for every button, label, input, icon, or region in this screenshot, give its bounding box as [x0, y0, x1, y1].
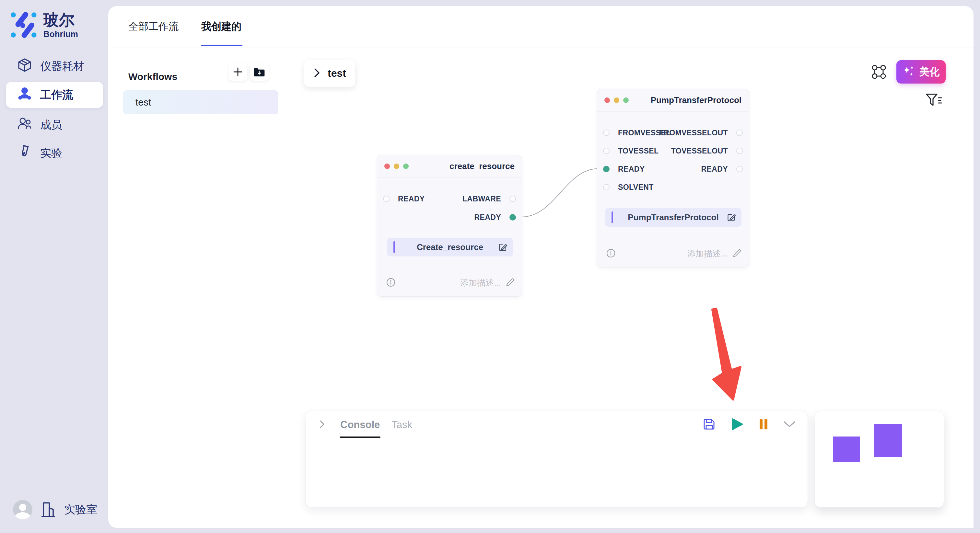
- minimap-node-create-resource: [833, 436, 860, 462]
- command-palette-button[interactable]: [871, 64, 887, 80]
- sparkles-icon: [902, 65, 915, 79]
- node-pump-transfer-protocol[interactable]: PumpTransferProtocol FROMVESSEL FROMVESS…: [597, 89, 749, 268]
- filter-icon[interactable]: [926, 93, 942, 108]
- group-expander-test[interactable]: test: [304, 60, 355, 87]
- port-output-ready: READY: [474, 212, 522, 223]
- node-header: create_resource: [377, 155, 522, 178]
- port-output-tovesselout: TOVESSELOUT: [671, 145, 749, 156]
- port-handle[interactable]: [736, 166, 743, 172]
- tab-console[interactable]: Console: [340, 419, 380, 431]
- app-root: 玻尔 Bohrium 仪器耗材: [0, 0, 980, 533]
- port-output-ready: READY: [701, 163, 749, 174]
- port-handle-connected[interactable]: [603, 166, 609, 172]
- tab-task[interactable]: Task: [391, 419, 412, 431]
- node-title: create_resource: [450, 161, 515, 171]
- port-label: TOVESSEL: [618, 147, 659, 155]
- lab-switcher[interactable]: 实验室: [64, 502, 97, 517]
- pencil-icon[interactable]: [506, 278, 515, 288]
- traffic-dot-yellow: [394, 163, 399, 169]
- console-panel: Console Task: [305, 411, 808, 508]
- node-header: PumpTransferProtocol: [597, 89, 749, 112]
- traffic-dot-red: [384, 163, 390, 169]
- workflows-panel: Workflows test: [108, 48, 283, 528]
- beautify-button[interactable]: 美化: [896, 60, 946, 84]
- tab-my-created[interactable]: 我创建的: [201, 20, 242, 33]
- sidebar-item-label: 实验: [40, 146, 62, 160]
- sidebar: 玻尔 Bohrium 仪器耗材: [0, 0, 108, 533]
- port-handle[interactable]: [603, 130, 609, 136]
- workflow-list-item[interactable]: test: [123, 90, 278, 114]
- brand-name-en: Bohrium: [43, 29, 78, 39]
- node-action-label: Create_resource: [417, 242, 483, 252]
- node-action-pill[interactable]: PumpTransferProtocol: [605, 208, 741, 227]
- node-action-label: PumpTransferProtocol: [628, 213, 719, 222]
- description-placeholder[interactable]: 添加描述...: [687, 248, 728, 259]
- port-output-fromvesselout: FROMVESSELOUT: [659, 127, 749, 138]
- tab-all-workflows[interactable]: 全部工作流: [128, 20, 178, 33]
- sidebar-item-members[interactable]: 成员: [6, 113, 103, 138]
- port-label: LABWARE: [463, 195, 501, 203]
- members-icon: [18, 117, 32, 133]
- sidebar-item-label: 仪器耗材: [40, 59, 84, 74]
- sidebar-item-experiments[interactable]: 实验: [6, 141, 103, 166]
- port-handle[interactable]: [383, 195, 390, 202]
- console-header: Console Task: [319, 418, 796, 432]
- port-label: READY: [618, 165, 645, 174]
- add-workflow-button[interactable]: [229, 63, 247, 81]
- pill-accent-bar: [611, 211, 613, 223]
- collapse-chevron-icon[interactable]: [319, 419, 325, 430]
- import-workflow-button[interactable]: [250, 63, 269, 81]
- description-placeholder[interactable]: 添加描述...: [460, 277, 501, 289]
- brand-text: 玻尔 Bohrium: [43, 12, 78, 39]
- port-label: READY: [701, 165, 728, 174]
- run-icon[interactable]: [730, 417, 744, 433]
- traffic-dot-green: [623, 97, 629, 103]
- chevron-down-icon[interactable]: [783, 420, 796, 429]
- port-input-ready: READY: [377, 194, 425, 204]
- brand-name-zh: 玻尔: [43, 12, 78, 28]
- workflows-panel-title: Workflows: [128, 71, 177, 82]
- node-title: PumpTransferProtocol: [651, 95, 741, 105]
- save-icon[interactable]: [703, 418, 716, 432]
- port-handle[interactable]: [736, 148, 743, 154]
- person-icon: [18, 86, 32, 103]
- pause-icon[interactable]: [759, 418, 768, 431]
- minimap[interactable]: [815, 411, 944, 508]
- traffic-dot-red: [605, 97, 610, 103]
- group-expander-label: test: [328, 67, 346, 79]
- edit-icon[interactable]: [727, 213, 736, 224]
- traffic-dot-yellow: [614, 97, 619, 103]
- beautify-label: 美化: [920, 65, 940, 79]
- package-icon: [18, 58, 32, 75]
- port-handle[interactable]: [736, 130, 743, 136]
- port-label: TOVESSELOUT: [671, 147, 728, 155]
- info-icon[interactable]: [606, 249, 616, 259]
- port-handle[interactable]: [603, 148, 609, 154]
- lab-building-icon: [41, 500, 56, 519]
- edit-icon[interactable]: [498, 242, 508, 253]
- sidebar-item-instruments[interactable]: 仪器耗材: [6, 54, 103, 79]
- node-footer: 添加描述...: [386, 277, 515, 289]
- info-icon[interactable]: [386, 278, 395, 288]
- port-output-labware: LABWARE: [463, 194, 522, 204]
- node-footer: 添加描述...: [606, 248, 741, 259]
- sidebar-item-label: 成员: [40, 117, 62, 132]
- port-handle[interactable]: [509, 195, 516, 202]
- sidebar-item-label: 工作流: [40, 87, 73, 102]
- port-handle-connected[interactable]: [509, 214, 516, 220]
- port-input-ready: READY: [597, 163, 645, 174]
- port-label: READY: [474, 213, 501, 222]
- port-label: FROMVESSELOUT: [659, 128, 728, 137]
- port-label: SOLVENT: [618, 183, 654, 192]
- port-handle[interactable]: [603, 184, 609, 190]
- active-tab-underline: [201, 45, 242, 46]
- node-create-resource[interactable]: create_resource READY LABWARE READY Crea…: [377, 155, 522, 297]
- brand-logo[interactable]: 玻尔 Bohrium: [10, 11, 78, 40]
- pencil-icon[interactable]: [732, 249, 741, 259]
- sidebar-item-workflows[interactable]: 工作流: [6, 82, 103, 108]
- user-avatar[interactable]: [13, 500, 32, 519]
- minimap-node-pump: [874, 424, 902, 457]
- node-action-pill[interactable]: Create_resource: [387, 238, 513, 257]
- port-input-tovessel: TOVESSEL: [597, 145, 659, 156]
- chevron-right-icon: [313, 67, 320, 80]
